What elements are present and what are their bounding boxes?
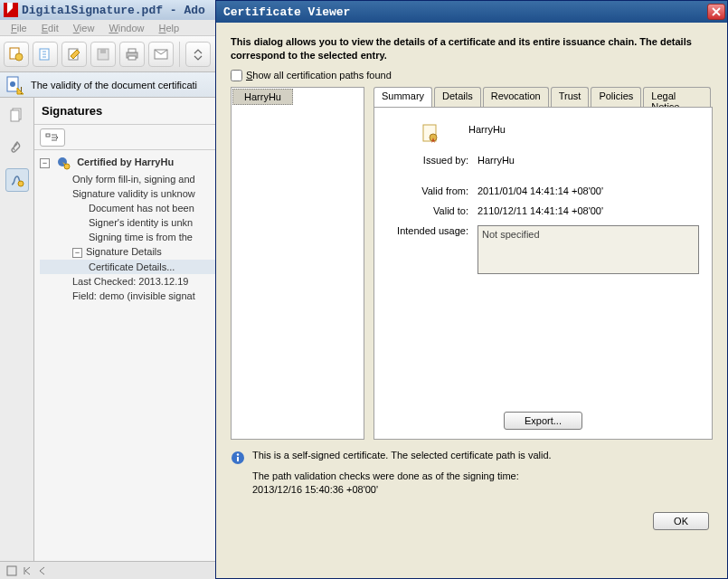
pdf-file-icon [4, 3, 18, 17]
certificate-warning-icon: ! [5, 76, 24, 94]
dialog-footer: This is a self-signed certificate. The s… [231, 449, 713, 498]
left-nav-strip [0, 98, 34, 579]
collapse-icon[interactable]: − [72, 248, 82, 258]
toolbar-create-pdf-icon[interactable] [4, 42, 29, 67]
sig-options-icon[interactable] [40, 128, 65, 147]
svg-rect-8 [128, 56, 136, 60]
prev-page-icon[interactable] [36, 565, 49, 577]
certificate-viewer-dialog: Certificate Viewer This dialog allows yo… [215, 0, 728, 579]
window-title: DigitalSignature.pdf - Ado [22, 4, 205, 17]
tree-sigdetails-label: Signature Details [86, 246, 162, 257]
tab-trust[interactable]: Trust [551, 87, 590, 107]
menu-view[interactable]: View [66, 21, 102, 35]
info-icon [231, 451, 245, 465]
dialog-titlebar[interactable]: Certificate Viewer [216, 1, 727, 23]
svg-rect-19 [7, 566, 16, 575]
footer-line3: 2013/12/16 15:40:36 +08'00' [252, 483, 552, 497]
close-button[interactable] [707, 4, 725, 20]
first-page-icon[interactable] [21, 565, 33, 577]
export-button[interactable]: Export... [504, 412, 582, 430]
tab-details[interactable]: Details [434, 87, 481, 107]
certificate-icon [421, 124, 440, 144]
valid-from-value: 2011/01/04 14:41:14 +08'00' [477, 185, 699, 196]
svg-point-15 [18, 181, 24, 186]
svg-rect-16 [46, 134, 50, 137]
menu-help[interactable]: Help [152, 21, 187, 35]
valid-to-label: Valid to: [387, 205, 477, 216]
valid-to-value: 2110/12/11 14:41:14 +08'00' [477, 205, 699, 216]
summary-name: HarryHu [468, 124, 699, 144]
svg-point-11 [10, 81, 15, 87]
svg-point-1 [15, 53, 23, 61]
ok-button[interactable]: OK [653, 512, 709, 530]
cert-tree-item-selected[interactable]: HarryHu [232, 89, 293, 105]
show-all-paths-checkbox[interactable] [231, 70, 242, 81]
svg-text:!: ! [20, 85, 23, 96]
show-all-paths-label[interactable]: Show all certification paths found [246, 70, 392, 81]
dialog-intro: This dialog allows you to view the detai… [231, 35, 713, 62]
close-icon [712, 7, 721, 16]
valid-from-label: Valid from: [387, 185, 477, 196]
svg-rect-7 [128, 49, 136, 52]
tab-body-summary: HarryHu Issued by: HarryHu Valid from: 2… [373, 107, 713, 440]
menu-window[interactable]: Window [101, 21, 151, 35]
certified-icon [56, 156, 71, 170]
svg-point-24 [237, 453, 239, 455]
svg-rect-23 [237, 457, 239, 461]
intended-usage-box: Not specified [477, 225, 699, 274]
footer-line1: This is a self-signed certificate. The s… [252, 449, 552, 462]
certificate-tabs: Summary Details Revocation Trust Policie… [373, 87, 713, 440]
toolbar-save-icon[interactable] [90, 42, 116, 67]
dialog-title: Certificate Viewer [223, 5, 350, 19]
collapse-icon[interactable]: − [40, 158, 50, 168]
pages-panel-icon[interactable] [5, 103, 29, 127]
tab-policies[interactable]: Policies [591, 87, 641, 107]
certificate-chain-tree[interactable]: HarryHu [231, 87, 364, 440]
validity-text: The validity of the document certificati [31, 80, 197, 90]
tab-summary[interactable]: Summary [373, 87, 432, 107]
footer-line2: The path validation checks were done as … [252, 470, 552, 483]
page-size-icon[interactable] [5, 565, 18, 577]
attachments-panel-icon[interactable] [5, 136, 29, 159]
issued-by-label: Issued by: [387, 155, 477, 166]
show-all-paths-row: Show all certification paths found [231, 70, 713, 81]
svg-rect-5 [100, 49, 106, 53]
tree-root-label: Certified by HarryHu [77, 157, 174, 167]
svg-point-18 [64, 164, 70, 169]
intended-usage-label: Intended usage: [387, 225, 477, 274]
menu-edit[interactable]: Edit [34, 21, 66, 35]
signatures-panel-icon[interactable] [5, 168, 29, 192]
tab-revocation[interactable]: Revocation [483, 87, 549, 107]
toolbar-overflow-icon[interactable] [185, 42, 211, 67]
toolbar-print-icon[interactable] [119, 42, 145, 67]
svg-rect-14 [11, 110, 19, 121]
toolbar-email-icon[interactable] [148, 42, 174, 67]
issued-by-value: HarryHu [477, 155, 699, 166]
toolbar-separator [179, 42, 180, 67]
tab-legal-notice[interactable]: Legal Notice [643, 87, 711, 107]
toolbar-open-icon[interactable] [33, 42, 58, 67]
toolbar-edit-icon[interactable] [61, 42, 87, 67]
status-bar [0, 561, 215, 579]
menu-file[interactable]: File [4, 21, 34, 35]
